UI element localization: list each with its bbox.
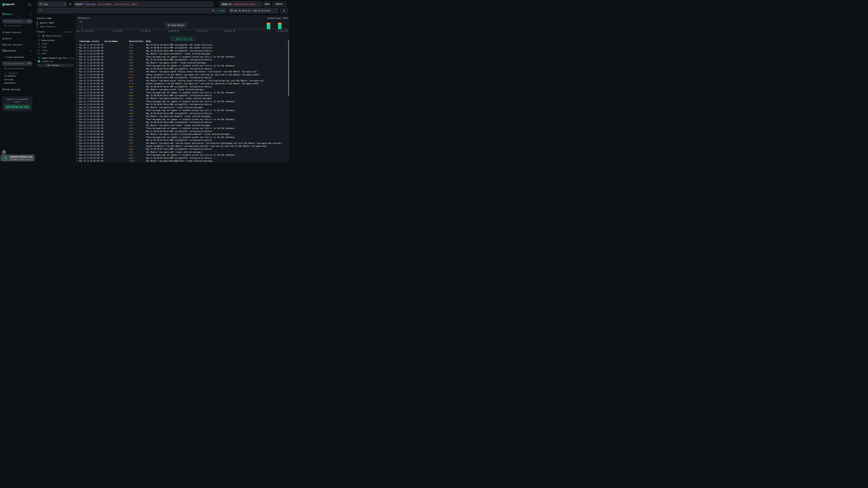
table-row[interactable]: >May 16 11:38:40.683 AMwarnMay 16 00:30:… — [75, 139, 289, 142]
alerts-button[interactable]: Alerts — [272, 1, 286, 7]
create-dashboard-button[interactable]: + Create Dashboard — [4, 56, 24, 58]
denoise-checkbox[interactable] — [38, 35, 40, 37]
table-row[interactable]: >May 16 11:38:40.683 AMinfoThose message… — [75, 109, 289, 112]
table-row[interactable]: >May 16 11:38:40.683 AMerrorOutput param… — [75, 73, 289, 76]
row-expand-icon[interactable]: > — [77, 47, 78, 49]
row-expand-icon[interactable]: > — [77, 95, 78, 97]
table-row[interactable]: >May 16 11:38:40.683 AMwarnMay 16 00:30:… — [75, 50, 289, 53]
table-row[interactable]: >May 16 11:38:40.683 AMwarnMay 16 00:30:… — [75, 121, 289, 124]
row-expand-icon[interactable]: > — [77, 154, 78, 156]
row-expand-icon[interactable]: > — [77, 97, 78, 99]
table-row[interactable]: >May 16 11:38:40.683 AMtraceASL Module "… — [75, 160, 289, 162]
search-query-input[interactable]: * SQL | Lucene — [38, 8, 227, 13]
severity-option-label[interactable]: error — [42, 43, 48, 45]
sidebar-collapse-icon[interactable] — [28, 3, 31, 6]
table-row[interactable]: >May 16 11:38:40.683 AMwarnMay 16 00:30:… — [75, 130, 289, 133]
row-expand-icon[interactable]: > — [77, 65, 78, 67]
row-expand-icon[interactable]: > — [77, 136, 78, 138]
chevron-up-icon[interactable] — [30, 50, 32, 52]
row-expand-icon[interactable]: > — [77, 119, 78, 120]
table-row[interactable]: >May 16 11:38:40.683 AMwarnMay 16 00:30:… — [75, 148, 289, 151]
lang-sql-toggle[interactable]: SQL — [212, 9, 215, 11]
row-expand-icon[interactable]: > — [77, 148, 78, 150]
row-expand-icon[interactable]: > — [77, 83, 78, 85]
saved-dashboards-input[interactable]: Saved Dashboards ⌘ K — [2, 61, 33, 66]
row-expand-icon[interactable]: > — [77, 68, 78, 70]
sidebar-item-chart-explorer[interactable]: Chart Explorer — [0, 31, 35, 34]
severity-option-checkbox-warn[interactable] — [38, 52, 40, 55]
row-expand-icon[interactable]: > — [77, 106, 78, 108]
row-expand-icon[interactable]: > — [77, 89, 78, 91]
row-expand-icon[interactable]: > — [77, 100, 78, 102]
table-row[interactable]: >May 16 11:38:40.683 AMinfoThose message… — [75, 91, 289, 94]
clear-all-link[interactable]: Clear all — [64, 31, 73, 33]
table-row[interactable]: >May 16 11:38:40.683 AMerrorOutput param… — [75, 82, 289, 85]
table-row[interactable]: >May 16 11:38:40.683 AMinfoASL Module "c… — [75, 53, 289, 55]
sql-select-editor[interactable]: SELECT Timestamp, ServiceName, SeverityT… — [73, 1, 213, 7]
table-row[interactable]: >May 16 11:38:40.683 AMinfoASL Module "c… — [75, 79, 289, 82]
row-expand-icon[interactable]: > — [77, 77, 78, 78]
row-expand-icon[interactable]: > — [77, 109, 78, 111]
table-row[interactable]: >May 16 11:38:40.683 AMwarnMay 16 00:30:… — [75, 103, 289, 106]
table-row[interactable]: >May 16 11:38:40.683 AMinfoThose message… — [75, 127, 289, 130]
table-row[interactable]: >May 16 11:38:40.683 AMinfoThose message… — [75, 64, 289, 67]
source-settings-gear-icon[interactable] — [69, 3, 72, 5]
table-row[interactable]: >May 16 11:38:40.683 AMinfoMay 16 00:21:… — [75, 43, 289, 46]
row-expand-icon[interactable]: > — [77, 133, 78, 135]
row-expand-icon[interactable]: > — [77, 139, 78, 141]
row-expand-icon[interactable]: > — [77, 145, 78, 147]
row-expand-icon[interactable]: > — [77, 80, 78, 82]
preset-kubernetes[interactable]: Kubernetes — [4, 82, 16, 84]
sidebar-item-dashboards[interactable]: Dashboards — [0, 49, 35, 53]
row-expand-icon[interactable]: > — [77, 53, 78, 55]
get-started-button[interactable]: Get Started for Free — [4, 104, 31, 109]
mode-event-patterns[interactable]: Event Patterns — [40, 26, 55, 28]
table-row[interactable]: >May 16 11:38:40.683 AMinfoASL Module "c… — [75, 97, 289, 100]
table-row[interactable]: >May 16 11:38:40.683 AMwarnMay 16 00:30:… — [75, 112, 289, 115]
sidebar-item-search[interactable]: Search — [0, 12, 35, 16]
scrollbar-thumb[interactable] — [288, 40, 289, 96]
table-row[interactable]: >May 16 11:38:40.683 AMinfoThose message… — [75, 100, 289, 103]
row-expand-icon[interactable]: > — [77, 160, 78, 162]
table-row[interactable]: >May 16 11:38:40.683 AMinfoASL Module "c… — [75, 133, 289, 136]
lang-lucene-toggle[interactable]: Lucene — [218, 9, 225, 11]
row-expand-icon[interactable]: > — [77, 62, 78, 64]
table-row[interactable]: >May 16 11:38:40.683 AMinfoASL Module "c… — [75, 70, 289, 73]
table-row[interactable]: >May 16 11:38:40.683 AMinfoASL Module "c… — [75, 61, 289, 64]
severity-option-label[interactable]: info — [42, 46, 46, 48]
row-expand-icon[interactable]: > — [77, 44, 78, 46]
preset-clickhouse[interactable]: Clickhouse — [4, 75, 16, 77]
date-range-picker[interactable]: May 16 08:41:51 - May 16 11:41:51 — [228, 8, 278, 13]
row-expand-icon[interactable]: > — [77, 121, 78, 123]
saved-searches-input[interactable]: Saved Searches ⌘ K — [2, 19, 33, 24]
row-expand-icon[interactable]: > — [77, 115, 78, 117]
row-expand-icon[interactable]: > — [77, 124, 78, 126]
table-row[interactable]: >May 16 11:38:40.683 AMwarnMay 16 00:30:… — [75, 67, 289, 70]
table-row[interactable]: >May 16 11:38:40.683 AMwarnMay 16 00:30:… — [75, 58, 289, 61]
row-expand-icon[interactable]: > — [77, 56, 78, 58]
table-row[interactable]: >May 16 11:38:40.683 AMinfoASL Module "c… — [75, 115, 289, 118]
row-expand-icon[interactable]: > — [77, 112, 78, 115]
severity-option-label[interactable]: trace — [42, 50, 48, 51]
row-expand-icon[interactable]: > — [77, 130, 78, 132]
preset-services[interactable]: Services — [4, 78, 13, 80]
severity-option-checkbox-trace[interactable] — [38, 49, 40, 51]
table-row[interactable]: >May 16 11:38:40.683 AMwarnMay 16 00:30:… — [75, 85, 289, 88]
row-expand-icon[interactable]: > — [77, 86, 78, 88]
row-expand-icon[interactable]: > — [77, 151, 78, 153]
row-expand-icon[interactable]: > — [77, 92, 78, 94]
table-row[interactable]: >May 16 11:38:40.683 AMinfoASL Module "c… — [75, 88, 289, 91]
table-row[interactable]: >May 16 11:38:40.683 AMinfoThose message… — [75, 118, 289, 121]
row-expand-icon[interactable]: > — [77, 59, 78, 61]
severity-option-checkbox-info[interactable] — [38, 46, 40, 48]
system-log-checkbox[interactable]: ✓ — [38, 60, 40, 62]
source-select[interactable]: Logs — [38, 1, 67, 7]
table-row[interactable]: >May 16 11:38:40.683 AMinfoThose message… — [75, 154, 289, 157]
row-expand-icon[interactable]: > — [77, 74, 78, 76]
table-row[interactable]: >May 16 11:38:40.683 AMinfoASL Module "c… — [75, 142, 289, 145]
table-row[interactable]: >May 16 11:38:40.683 AMwarnMay 16 00:30:… — [75, 94, 289, 97]
row-expand-icon[interactable]: > — [77, 50, 78, 52]
severity-option-label[interactable]: warn — [42, 53, 46, 55]
table-row[interactable]: >May 16 11:38:40.683 AMinfoASL Module "c… — [75, 151, 289, 154]
row-expand-icon[interactable]: > — [77, 157, 78, 159]
